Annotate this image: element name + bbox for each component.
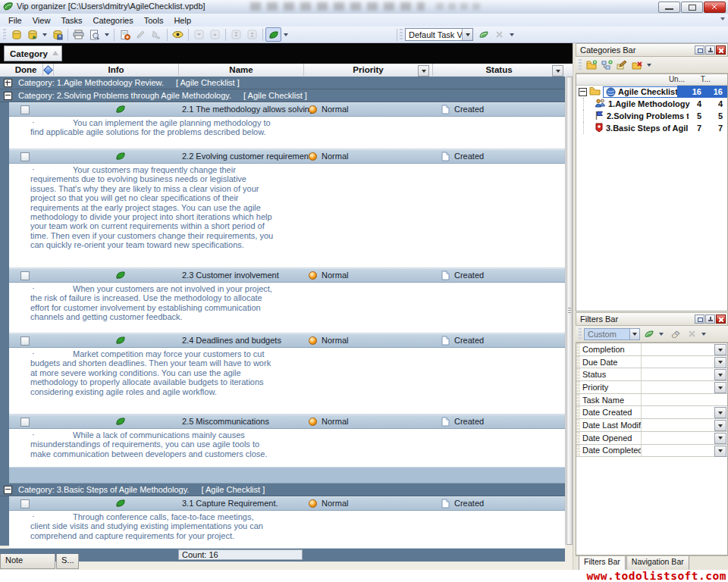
task-row[interactable]: 2.4 Deadlines and budgets Normal Created [9,333,565,348]
edit-task-button[interactable] [133,27,149,42]
panel-close-button[interactable] [716,45,726,55]
filters-toolbar-overflow-icon[interactable] [701,333,706,336]
minimize-button[interactable] [658,2,680,13]
tab-note[interactable]: Note [0,554,55,569]
status-filter-button[interactable] [552,65,563,77]
scrollbar-thumb[interactable] [566,77,573,545]
task-row[interactable]: 2.1 The methodology allows solving Norma… [9,102,565,117]
show-notes-toggle[interactable] [265,27,281,42]
filter-value[interactable] [642,394,727,406]
menu-tools[interactable]: Tools [139,15,169,26]
column-info[interactable]: Info [54,64,179,76]
done-checkbox[interactable] [20,105,30,114]
panel-close-button[interactable] [716,314,726,324]
filter-preset-combobox[interactable]: Custom [584,328,640,340]
task-grid: Category: 1.Agile Methodology Review. [ … [0,77,565,562]
collapse-icon[interactable] [4,92,12,100]
collapse-icon[interactable] [579,88,587,96]
move-bottom-button[interactable] [228,27,244,42]
menu-help[interactable]: Help [168,15,196,26]
tree-item-category-1[interactable]: 1.Agile Methodology Rev 4 4 [576,98,727,110]
done-checkbox[interactable] [20,152,30,161]
view-toolbar-overflow-icon[interactable] [510,33,514,36]
move-down-button[interactable] [191,27,207,42]
tab-summary[interactable]: S... [56,554,79,569]
categories-toolbar-overflow-icon[interactable] [647,64,651,67]
task-row[interactable]: 2.3 Customer involvement Normal Created [9,268,565,283]
category-row-1[interactable]: Category: 1.Agile Methodology Review. [ … [0,77,565,89]
filter-dropdown-button[interactable] [714,357,726,368]
tab-filters-bar[interactable]: Filters Bar [579,556,626,571]
done-checkbox[interactable] [20,418,30,427]
task-view-combobox[interactable]: Default Task V [405,28,473,41]
column-total[interactable]: T... [701,75,711,83]
filter-dropdown-button[interactable] [714,344,726,355]
move-up-button[interactable] [207,27,223,42]
new-subcategory-button[interactable] [599,58,614,72]
column-name[interactable]: Name [179,64,304,76]
maximize-button[interactable] [681,2,703,13]
close-button[interactable] [704,2,726,13]
filter-dropdown-button[interactable] [714,420,726,431]
task-row[interactable]: 3.1 Capture Requirement. Normal Created [9,496,565,511]
column-done[interactable]: Done [9,64,43,76]
tree-item-category-2[interactable]: 2.Solving Problems throu 5 5 [576,110,727,122]
expand-icon[interactable] [4,79,12,87]
filter-dropdown-button[interactable] [714,382,726,393]
menubar-overflow-icon[interactable] [720,17,725,20]
column-priority[interactable]: Priority [304,64,433,76]
filter-dropdown-button[interactable] [714,446,726,457]
filter-dropdown-button[interactable] [714,369,726,380]
menu-tasks[interactable]: Tasks [55,15,87,26]
done-checkbox[interactable] [20,499,30,508]
clear-filter-button[interactable] [669,327,684,341]
apply-filter-dropdown-icon[interactable] [659,333,664,336]
new-task-button[interactable] [117,27,133,42]
new-category-button[interactable] [584,58,599,72]
done-checkbox[interactable] [20,271,30,280]
open-database-button[interactable] [24,27,40,42]
tree-item-root[interactable]: Agile Checklist 16 16 [576,86,727,98]
delete-task-button[interactable] [149,27,165,42]
column-uncompleted[interactable]: Un... [669,75,685,83]
filter-dropdown-button[interactable] [714,433,726,444]
panel-pin-button[interactable] [705,45,715,55]
show-notes-dropdown-icon[interactable] [284,33,288,36]
filter-preset-dropdown-button[interactable] [629,329,639,340]
menu-file[interactable]: File [3,15,27,26]
open-database-dropdown-icon[interactable] [42,33,47,36]
task-row[interactable]: 2.5 Miscommunications Normal Created [9,415,565,429]
group-by-category-button[interactable]: Category [4,45,62,61]
menu-categories[interactable]: Categories [88,15,139,26]
print-preview-button[interactable] [86,27,102,42]
edit-category-button[interactable] [614,58,629,72]
panel-restore-button[interactable] [695,45,704,55]
done-checkbox[interactable] [20,336,30,346]
priority-filter-button[interactable] [418,65,429,77]
print-preview-dropdown-icon[interactable] [105,33,109,36]
panel-restore-button[interactable] [695,314,704,324]
tab-navigation-bar[interactable]: Navigation Bar [626,556,689,571]
apply-filter-button[interactable] [642,327,657,341]
column-status[interactable]: Status [433,64,565,76]
category-row-3[interactable]: Category: 3.Basic Steps of Agile Methodo… [0,483,565,496]
task-row[interactable]: 2.2 Evolving customer requirements Norma… [9,149,565,164]
view-task-button[interactable] [170,27,186,42]
collapse-icon[interactable] [4,486,12,494]
print-button[interactable] [71,27,86,42]
filter-dropdown-button[interactable] [714,407,726,418]
task-view-dropdown-button[interactable] [462,29,472,40]
category-row-2[interactable]: Category: 2.Solving Problems through Agi… [0,89,565,102]
clear-view-button[interactable] [491,27,507,42]
tree-item-category-3[interactable]: 3.Basic Steps of Agile Me 7 7 [576,122,727,134]
new-database-button[interactable] [8,27,24,42]
apply-view-button[interactable] [475,27,491,42]
panel-pin-button[interactable] [705,314,715,324]
save-database-button[interactable] [49,27,65,42]
column-flag[interactable] [43,64,54,76]
grid-vertical-scrollbar[interactable] [565,77,573,545]
delete-category-button[interactable] [629,58,645,72]
move-top-button[interactable] [244,27,260,42]
remove-filter-button[interactable] [684,327,699,341]
menu-view[interactable]: View [27,15,56,26]
